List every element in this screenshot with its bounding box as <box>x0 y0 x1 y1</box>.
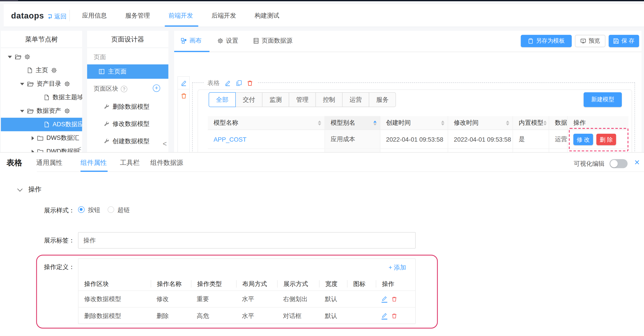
visual-edit-toggle[interactable] <box>610 159 628 168</box>
radio-hyperlink-style-label[interactable]: 超链 <box>118 206 130 214</box>
trash-icon[interactable] <box>247 80 253 86</box>
col-header-actions: 操作 <box>568 116 628 130</box>
row-edit-button[interactable]: 修 改 <box>573 134 593 145</box>
caret-down-icon[interactable] <box>20 83 24 85</box>
add-block-button[interactable]: + <box>153 85 160 92</box>
def-cell-layout: 水平 <box>236 312 277 320</box>
page-designer-panel: 页面设计器 页面 主页面 页面区块 ? + 删除数据模型 修改数据模型 创建数据… <box>87 31 168 153</box>
tab-frontend-dev[interactable]: 前端开发 <box>168 12 193 20</box>
tree-node-data-asset[interactable]: 数据资产 <box>1 104 82 118</box>
filter-tab-delivery[interactable]: 交付 <box>235 92 262 107</box>
close-panel-icon[interactable]: ✕ <box>634 158 640 167</box>
tab-build-test[interactable]: 构建测试 <box>255 12 279 20</box>
gear-icon[interactable] <box>64 108 70 114</box>
sort-control[interactable] <box>506 120 510 125</box>
page-group-label: 页面 <box>94 53 106 61</box>
block-item-modify-model[interactable]: 修改数据模型 <box>104 120 150 128</box>
display-label-input[interactable] <box>78 232 416 248</box>
app-header: dataops 返回 应用信息 服务管理 前端开发 后端开发 构建测试 <box>4 4 644 27</box>
tree-node-label: 主页 <box>36 66 48 74</box>
back-button[interactable]: 返回 <box>46 13 66 20</box>
copy-icon[interactable] <box>236 80 242 86</box>
tab-settings-label: 设置 <box>226 37 238 45</box>
def-col-width: 宽度 <box>319 280 347 288</box>
question-circle-icon[interactable]: ? <box>121 85 127 92</box>
filter-tab-control[interactable]: 控制 <box>316 92 342 107</box>
component-label-bar: 表格 <box>204 78 258 88</box>
tree-collapse-handle[interactable]: < <box>78 145 81 152</box>
tab-backend-dev[interactable]: 后端开发 <box>212 12 236 20</box>
def-col-type: 操作类型 <box>191 280 236 288</box>
radio-button-style-label[interactable]: 按钮 <box>88 206 100 214</box>
block-item-label: 修改数据模型 <box>112 120 150 128</box>
filter-tab-manage[interactable]: 管理 <box>289 92 316 107</box>
gear-icon[interactable] <box>64 81 70 87</box>
tab-toolbar[interactable]: 工具栏 <box>120 159 140 167</box>
row-delete-button[interactable]: 删 除 <box>596 134 616 145</box>
tab-app-info[interactable]: 应用信息 <box>82 12 107 20</box>
tab-component-datasource[interactable]: 组件数据源 <box>150 159 183 167</box>
model-name-link[interactable]: APP_COST <box>214 136 246 143</box>
filter-tab-all[interactable]: 全部 <box>209 92 236 107</box>
sort-control[interactable] <box>318 120 321 125</box>
caret-right-icon[interactable] <box>32 150 34 153</box>
tab-component-props[interactable]: 组件属性 <box>80 159 107 167</box>
builtin-cell: 是 <box>513 130 549 149</box>
tab-canvas-label: 画布 <box>190 37 202 45</box>
panel-title: 表格 <box>6 158 22 168</box>
tree-node-asset-catalog[interactable]: 资产目录 <box>1 77 82 91</box>
tree-node-root[interactable] <box>1 50 82 64</box>
add-action-link[interactable]: + 添加 <box>388 264 406 272</box>
filter-tab-service[interactable]: 服务 <box>369 92 396 107</box>
selected-page-item[interactable]: 主页面 <box>87 64 168 79</box>
filter-tab-monitor[interactable]: 监测 <box>262 92 289 107</box>
canvas-panel: 画布 设置 页面数据源 另存为模板 预览 保 存 <box>174 31 642 153</box>
save-button[interactable]: 保 存 <box>609 35 639 47</box>
tab-page-datasource-label: 页面数据源 <box>262 37 292 45</box>
tree-node-ads-data-selected[interactable]: ADS数据应 <box>1 118 82 131</box>
filter-tab-operate[interactable]: 运营 <box>342 92 369 107</box>
block-item-create-model[interactable]: 创建数据模型 <box>104 137 150 145</box>
sort-control[interactable] <box>543 120 547 125</box>
gear-icon[interactable] <box>51 67 57 73</box>
edit-pencil-icon[interactable] <box>382 296 387 303</box>
block-item-delete-model[interactable]: 删除数据模型 <box>104 103 150 111</box>
gear-icon[interactable] <box>24 54 30 60</box>
def-cell-actions <box>376 312 415 319</box>
new-model-button[interactable]: 新建模型 <box>584 92 622 107</box>
preview-button[interactable]: 预览 <box>575 35 606 47</box>
visual-edit-label: 可视化编辑 <box>574 160 604 168</box>
designer-collapse-handle[interactable]: < <box>162 140 167 148</box>
col-header-model-name: 模型名称 <box>208 116 325 130</box>
tab-service-mgmt[interactable]: 服务管理 <box>125 12 150 20</box>
caret-down-icon[interactable] <box>8 55 12 58</box>
tab-canvas[interactable]: 画布 <box>181 37 202 45</box>
file-icon <box>27 67 33 73</box>
sort-control[interactable] <box>441 120 444 125</box>
save-as-template-button[interactable]: 另存为模板 <box>521 35 572 47</box>
radio-hyperlink-style[interactable] <box>108 206 114 213</box>
edit-pencil-icon[interactable] <box>225 80 231 86</box>
tab-page-datasource[interactable]: 页面数据源 <box>253 37 292 45</box>
action-def-table: 操作区块 操作名称 操作类型 布局方式 展示方式 宽度 图标 操作 修改数据模型… <box>78 277 415 324</box>
tab-general-props[interactable]: 通用属性 <box>36 159 62 167</box>
back-icon <box>46 13 52 20</box>
tab-settings[interactable]: 设置 <box>217 37 238 45</box>
caret-down-icon[interactable] <box>20 110 24 112</box>
data-tag-cell: 运营 <box>549 130 568 149</box>
tree-node-data-subject-domain[interactable]: 数据主题域 <box>1 91 82 104</box>
radio-button-style[interactable] <box>78 206 85 213</box>
tree-node-dws-data[interactable]: DWS数据汇 <box>1 131 82 145</box>
trash-icon[interactable] <box>178 90 190 102</box>
actions-section-header[interactable]: 操作 <box>18 185 42 194</box>
trash-icon[interactable] <box>391 313 397 319</box>
sort-control-active[interactable] <box>373 120 377 125</box>
def-cell-width: 默认 <box>319 312 347 320</box>
edit-pencil-icon[interactable] <box>178 77 190 89</box>
selected-component-region[interactable]: 表格 全部 交付 监测 管理 控制 运营 服务 <box>192 83 635 153</box>
edit-pencil-icon[interactable] <box>382 312 387 319</box>
caret-right-icon[interactable] <box>32 136 34 140</box>
tree-node-home[interactable]: 主页 <box>1 64 82 77</box>
trash-icon[interactable] <box>391 296 397 302</box>
tree-node-dwd-data[interactable]: DWD数据明 <box>1 145 82 153</box>
